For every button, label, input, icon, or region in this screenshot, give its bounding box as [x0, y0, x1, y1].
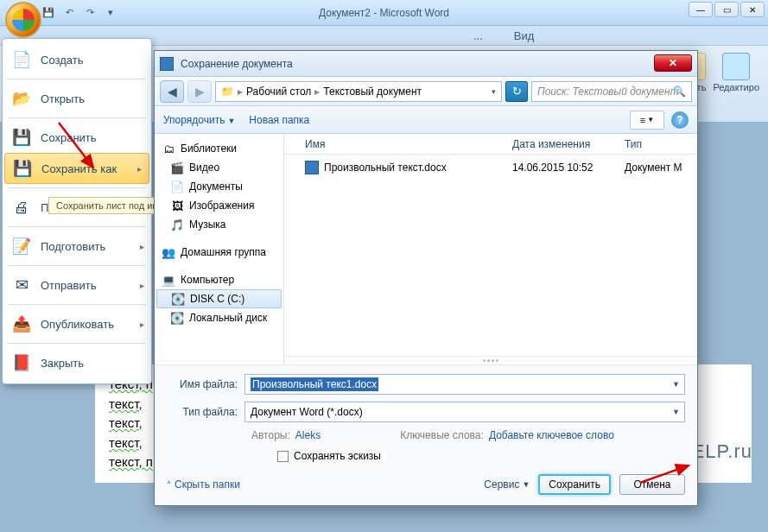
save-icon[interactable]: 💾 — [40, 3, 57, 21]
nav-back-button[interactable]: ◀ — [160, 80, 184, 103]
menu-prepare[interactable]: 📝Подготовить▸ — [3, 231, 151, 262]
filetype-select[interactable]: Документ Word (*.docx) ▼ — [244, 402, 685, 422]
file-list-body[interactable]: Произвольный текст.docx 14.06.2015 10:52… — [284, 155, 697, 356]
chevron-right-icon: ▸ — [140, 242, 144, 251]
column-name[interactable]: Имя — [305, 138, 512, 150]
dialog-toolbar: Упорядочить▼ Новая папка ≡ ▼ ? — [155, 106, 697, 134]
chevron-right-icon: ▸ — [140, 320, 144, 329]
menu-save[interactable]: 💾Сохранить — [3, 122, 151, 153]
menu-save-as[interactable]: 💾Сохранить как▸ — [4, 153, 149, 184]
dialog-close-button[interactable]: ✕ — [654, 54, 692, 72]
chevron-down-icon[interactable]: ▼ — [672, 408, 680, 416]
search-icon: 🔍 — [673, 86, 686, 98]
breadcrumb-item[interactable]: Рабочий стол — [246, 86, 311, 98]
menu-send[interactable]: ✉Отправить▸ — [3, 269, 151, 301]
column-date[interactable]: Дата изменения — [512, 138, 625, 150]
word-doc-icon — [305, 161, 319, 174]
checkbox[interactable] — [277, 451, 289, 462]
column-headers: Имя Дата изменения Тип — [284, 134, 697, 155]
file-name: Произвольный текст.docx — [324, 162, 512, 174]
chevron-down-icon[interactable]: ▼ — [672, 380, 680, 389]
send-icon: ✉ — [11, 275, 32, 295]
new-folder-button[interactable]: Новая папка — [249, 114, 309, 126]
menu-open[interactable]: 📂Открыть — [3, 83, 151, 114]
minimize-button[interactable]: — — [689, 2, 713, 17]
separator — [8, 304, 146, 305]
body-text: текст, — [109, 435, 143, 450]
resize-grip[interactable] — [284, 356, 697, 364]
qat-dropdown-icon[interactable]: ▾ — [102, 3, 119, 21]
new-doc-icon: 📄 — [11, 49, 32, 70]
tree-computer[interactable]: 💻Компьютер — [155, 270, 283, 289]
chevron-down-icon: ▼ — [227, 117, 235, 125]
music-icon: 🎵 — [170, 218, 184, 231]
file-list: Имя Дата изменения Тип Произвольный текс… — [284, 134, 697, 364]
menu-label: Подготовить — [41, 240, 105, 253]
file-type: Документ M — [625, 162, 692, 174]
body-text: текст, — [109, 415, 143, 430]
separator — [8, 226, 146, 227]
menu-publish[interactable]: 📤Опубликовать▸ — [3, 308, 151, 339]
office-button[interactable] — [5, 2, 41, 38]
dialog-body: 🗂Библиотеки 🎬Видео 📄Документы 🖼Изображен… — [155, 134, 697, 364]
hide-folders-button[interactable]: ˄Скрыть папки — [167, 478, 240, 491]
save-button[interactable]: Сохранить — [538, 474, 611, 495]
word-doc-icon — [160, 57, 174, 71]
nav-forward-button[interactable]: ▶ — [187, 80, 212, 103]
tree-label: DISK C (C:) — [190, 293, 244, 305]
tools-label: Сервис — [484, 478, 519, 491]
ribbon-tab[interactable]: ... — [467, 26, 490, 46]
dialog-footer: Имя файла: Произвольный текс1.docx ▼ Тип… — [155, 364, 697, 505]
redo-icon[interactable]: ↷ — [81, 3, 98, 21]
save-as-icon: 💾 — [12, 158, 33, 179]
save-thumbnail-row[interactable]: Сохранять эскизы — [277, 450, 685, 462]
tree-local-disk[interactable]: 💽Локальный диск — [155, 308, 283, 327]
menu-new[interactable]: 📄Создать — [3, 44, 151, 75]
ribbon-tabs: ... Вид — [467, 26, 541, 46]
file-row[interactable]: Произвольный текст.docx 14.06.2015 10:52… — [284, 158, 697, 177]
tree-homegroup[interactable]: 👥Домашняя группа — [155, 243, 283, 262]
cancel-button[interactable]: Отмена — [619, 474, 685, 495]
tree-pictures[interactable]: 🖼Изображения — [155, 196, 283, 215]
tree-music[interactable]: 🎵Музыка — [155, 215, 283, 234]
view-mode-button[interactable]: ≡ ▼ — [630, 111, 664, 130]
tree-label: Изображения — [189, 200, 254, 212]
search-input[interactable]: Поиск: Текстовый документ 🔍 — [531, 81, 692, 102]
authors-value[interactable]: Aleks — [295, 429, 321, 441]
filetype-row: Тип файла: Документ Word (*.docx) ▼ — [167, 402, 685, 422]
save-as-dialog: Сохранение документа ✕ ◀ ▶ 📁 ▸ Рабочий с… — [154, 50, 698, 506]
close-button[interactable]: ✕ — [740, 2, 765, 17]
column-type[interactable]: Тип — [625, 138, 697, 150]
close-doc-icon: 📕 — [11, 352, 32, 373]
filename-row: Имя файла: Произвольный текс1.docx ▼ — [167, 374, 685, 395]
help-button[interactable]: ? — [671, 111, 689, 129]
undo-icon[interactable]: ↶ — [60, 3, 78, 21]
tree-documents[interactable]: 📄Документы — [155, 177, 283, 196]
refresh-button[interactable]: ↻ — [505, 81, 528, 102]
homegroup-icon: 👥 — [162, 245, 175, 259]
ribbon-tab-view[interactable]: Вид — [507, 26, 542, 46]
tree-libraries[interactable]: 🗂Библиотеки — [155, 139, 283, 158]
video-icon: 🎬 — [170, 161, 184, 174]
ribbon-label: Редактиро — [713, 82, 759, 92]
tree-disk-c[interactable]: 💽DISK C (C:) — [156, 289, 282, 308]
maximize-button[interactable]: ▭ — [714, 2, 739, 17]
chevron-down-icon[interactable]: ▾ — [492, 87, 496, 96]
folder-icon: 📁 — [221, 86, 234, 98]
tree-video[interactable]: 🎬Видео — [155, 158, 283, 177]
tree-label: Домашняя группа — [181, 246, 266, 258]
menu-label: Сохранить как — [41, 162, 117, 175]
keywords-value[interactable]: Добавьте ключевое слово — [489, 429, 614, 441]
tree-label: Музыка — [189, 218, 225, 231]
breadcrumb-item[interactable]: Текстовый документ — [323, 86, 422, 98]
hide-folders-label: Скрыть папки — [175, 478, 240, 491]
keywords-label: Ключевые слова: — [400, 429, 484, 441]
tools-button[interactable]: Сервис▼ — [484, 478, 530, 491]
menu-close[interactable]: 📕Закрыть — [3, 347, 151, 378]
publish-icon: 📤 — [11, 314, 32, 334]
organize-button[interactable]: Упорядочить▼ — [163, 114, 235, 126]
ribbon-group-edit[interactable]: Редактиро — [713, 53, 759, 92]
menu-label: Открыть — [41, 92, 85, 105]
filename-input[interactable]: Произвольный текс1.docx ▼ — [244, 374, 685, 395]
breadcrumb[interactable]: 📁 ▸ Рабочий стол ▸ Текстовый документ ▾ — [215, 81, 502, 102]
